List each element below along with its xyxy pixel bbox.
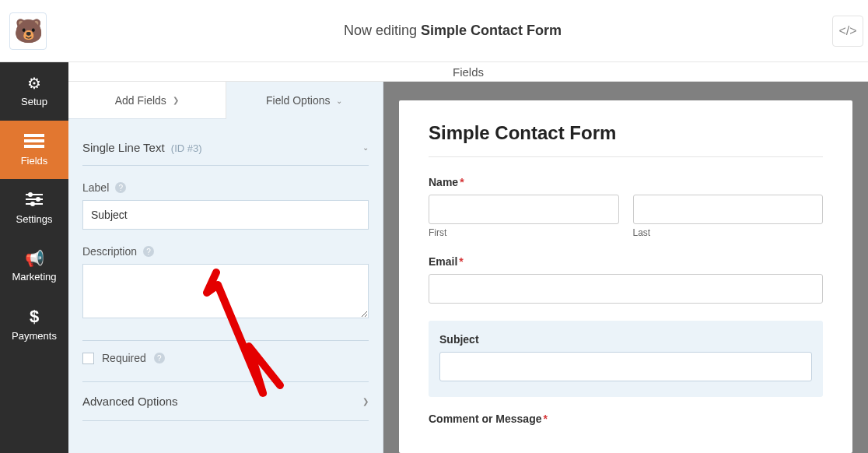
- subject-field-label: Subject: [439, 333, 812, 346]
- nav-settings[interactable]: Settings: [0, 179, 68, 237]
- first-sublabel: First: [429, 227, 619, 238]
- email-input[interactable]: [429, 274, 823, 304]
- code-icon: </>: [838, 24, 856, 38]
- sliders-icon: [26, 192, 43, 209]
- chevron-down-icon: ⌄: [336, 97, 342, 105]
- svg-point-4: [29, 193, 32, 196]
- required-label: Required: [102, 352, 146, 364]
- chevron-right-icon: ❯: [362, 397, 369, 406]
- nav-payments[interactable]: $ Payments: [0, 296, 68, 354]
- gear-icon: ⚙: [27, 76, 41, 91]
- name-field-label: Name: [429, 176, 458, 188]
- help-icon[interactable]: ?: [115, 182, 126, 193]
- advanced-options-toggle[interactable]: Advanced Options ❯: [82, 381, 369, 421]
- chevron-right-icon: ❯: [173, 96, 179, 104]
- nav-setup-label: Setup: [21, 96, 47, 107]
- tab-field-options[interactable]: Field Options ⌄: [226, 82, 383, 119]
- label-input[interactable]: [82, 200, 369, 230]
- svg-rect-0: [24, 134, 44, 137]
- svg-point-8: [31, 202, 34, 205]
- comment-field-label: Comment or Message: [429, 413, 541, 425]
- section-title: Fields: [68, 62, 868, 82]
- embed-code-button[interactable]: </>: [832, 16, 863, 47]
- help-icon[interactable]: ?: [143, 246, 154, 257]
- svg-point-6: [37, 198, 40, 201]
- svg-rect-1: [24, 139, 44, 142]
- form-preview: Simple Contact Form Name* First Last: [399, 100, 852, 453]
- tab-add-label: Add Fields: [115, 94, 166, 107]
- selected-field-block[interactable]: Subject: [429, 321, 823, 397]
- nav-marketing-label: Marketing: [12, 271, 56, 283]
- required-asterisk: *: [460, 176, 464, 188]
- nav-fields[interactable]: Fields: [0, 121, 68, 179]
- first-name-input[interactable]: [429, 195, 619, 224]
- nav-payments-label: Payments: [12, 330, 57, 342]
- fields-icon: [24, 134, 44, 150]
- required-checkbox[interactable]: [82, 353, 94, 364]
- description-input[interactable]: [82, 264, 369, 318]
- subject-input[interactable]: [439, 352, 812, 381]
- dollar-icon: $: [30, 308, 39, 325]
- email-field-label: Email: [429, 255, 457, 268]
- nav-marketing[interactable]: 📢 Marketing: [0, 237, 68, 296]
- label-caption: Label: [82, 181, 109, 194]
- nav-settings-label: Settings: [16, 213, 53, 225]
- last-sublabel: Last: [633, 227, 824, 238]
- required-asterisk: *: [459, 255, 463, 268]
- last-name-input[interactable]: [633, 195, 824, 224]
- divider: [429, 156, 823, 157]
- form-name: Simple Contact Form: [421, 23, 562, 38]
- editing-prefix: Now editing: [344, 23, 417, 38]
- topbar: 🐻 Now editing Simple Contact Form </>: [0, 0, 868, 62]
- chevron-down-icon: ⌄: [362, 143, 369, 152]
- tab-options-label: Field Options: [266, 94, 330, 107]
- wpforms-logo[interactable]: 🐻: [9, 12, 47, 50]
- form-preview-wrap: Simple Contact Form Name* First Last: [383, 82, 868, 453]
- left-nav: ⚙ Setup Fields Settings 📢 Marketing $ Pa…: [0, 62, 68, 453]
- preview-title: Simple Contact Form: [429, 122, 823, 144]
- field-header-toggle[interactable]: Single Line Text (ID #3) ⌄: [82, 133, 369, 166]
- field-id-label: (ID #3): [171, 142, 202, 154]
- field-type-label: Single Line Text: [82, 141, 165, 154]
- help-icon[interactable]: ?: [154, 353, 165, 363]
- svg-rect-2: [24, 145, 44, 148]
- editing-title: Now editing Simple Contact Form: [47, 23, 859, 39]
- nav-fields-label: Fields: [21, 155, 48, 167]
- tab-add-fields[interactable]: Add Fields ❯: [68, 82, 226, 119]
- bullhorn-icon: 📢: [25, 251, 44, 266]
- advanced-options-label: Advanced Options: [82, 395, 178, 408]
- required-asterisk: *: [543, 413, 547, 425]
- nav-setup[interactable]: ⚙ Setup: [0, 62, 68, 121]
- description-caption: Description: [82, 245, 137, 258]
- field-options-panel: Add Fields ❯ Field Options ⌄ Single Line…: [68, 82, 383, 453]
